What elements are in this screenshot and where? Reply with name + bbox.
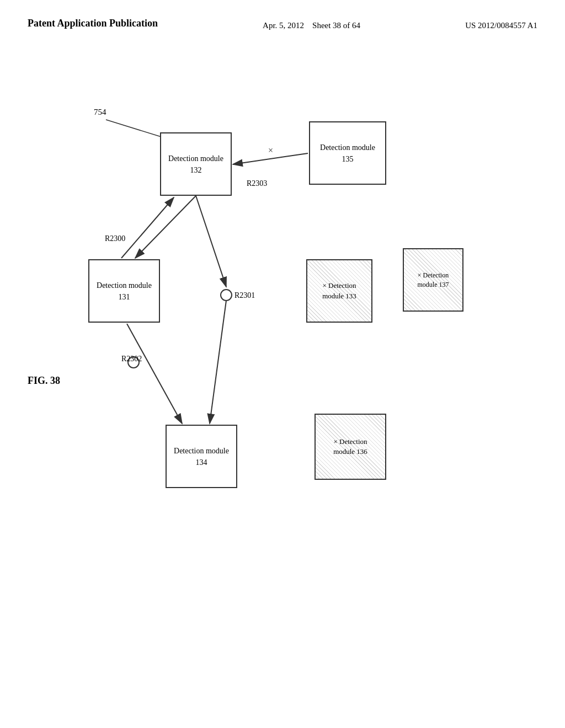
svg-text:×: × (268, 146, 273, 155)
svg-point-8 (221, 290, 232, 301)
svg-line-5 (121, 197, 174, 258)
label-R2300: R2300 (105, 234, 125, 243)
label-R2302: R2302 (121, 355, 142, 363)
publication-title: Patent Application Publication (28, 17, 158, 30)
box-detection-module-132: Detection module 132 (160, 132, 232, 196)
svg-line-7 (196, 196, 226, 287)
arrows-svg: × (0, 77, 565, 684)
box-detection-module-135: Detection module 135 (309, 121, 386, 185)
box-detection-module-134: Detection module 134 (166, 425, 237, 488)
publication-number: US 2012/0084557 A1 (465, 17, 537, 32)
diagram-area: × 754 Detection module 132 Detection mod… (0, 77, 565, 684)
box-detection-module-131: Detection module 131 (88, 259, 160, 323)
svg-line-2 (233, 153, 308, 164)
label-R2301: R2301 (234, 291, 255, 300)
box-detection-module-137: × Detectionmodule 137 (403, 248, 463, 312)
svg-line-9 (210, 301, 226, 424)
label-754: 754 (94, 108, 106, 117)
svg-line-12 (106, 120, 161, 137)
box-detection-module-133: × Detectionmodule 133 (306, 259, 372, 323)
publication-date-sheet: Apr. 5, 2012 Sheet 38 of 64 (263, 17, 360, 32)
box-detection-module-136: × Detectionmodule 136 (315, 414, 386, 480)
svg-line-10 (127, 324, 182, 424)
label-R2303: R2303 (247, 179, 267, 188)
fig-label: FIG. 38 (28, 375, 60, 387)
svg-line-4 (135, 196, 196, 258)
